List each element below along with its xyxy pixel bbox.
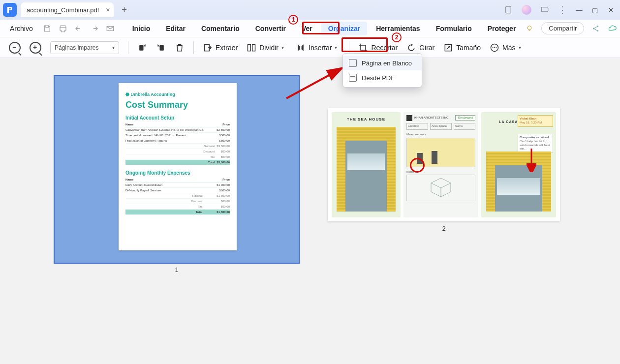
annotation-arrow xyxy=(284,64,348,103)
split-button[interactable]: Dividir▾ xyxy=(247,43,284,53)
notebook-icon[interactable] xyxy=(504,5,513,14)
svg-point-16 xyxy=(494,47,495,48)
annotation-step-2: 2 xyxy=(392,32,402,42)
svg-point-17 xyxy=(496,47,496,48)
page-1-content: ⬣ Umbrella Accounting Cost Summary Initi… xyxy=(119,83,237,250)
rotate-right-button[interactable] xyxy=(156,43,166,53)
zoom-in-button[interactable]: + xyxy=(30,42,41,54)
from-pdf-icon xyxy=(349,74,357,82)
app-logo-icon xyxy=(3,3,17,17)
chevron-down-icon: ▾ xyxy=(335,45,337,50)
window-minimize[interactable]: — xyxy=(576,6,583,14)
new-tab-button[interactable]: + xyxy=(118,3,130,16)
chevron-down-icon: ▾ xyxy=(519,45,521,50)
workspace: ⬣ Umbrella Accounting Cost Summary Initi… xyxy=(0,58,620,364)
window-maximize[interactable]: ▢ xyxy=(591,6,598,14)
svg-rect-8 xyxy=(139,45,143,51)
divider xyxy=(349,41,349,54)
svg-point-6 xyxy=(597,30,599,31)
chevron-down-icon: ▾ xyxy=(281,45,284,50)
window-close[interactable]: ✕ xyxy=(607,6,614,14)
blank-page-label: Página en Blanco xyxy=(362,60,412,67)
insert-button[interactable]: Insertar▾ xyxy=(293,41,340,55)
chat-icon[interactable] xyxy=(540,5,549,14)
organize-toolbar: − + Páginas impares ▾ Extraer Dividir▾ I… xyxy=(0,37,620,58)
menu-organizar[interactable]: Organizar xyxy=(321,22,367,35)
divider xyxy=(128,41,128,54)
page-thumbnail-1[interactable]: ⬣ Umbrella Accounting Cost Summary Initi… xyxy=(54,75,300,264)
annotation-step-1: 1 xyxy=(288,15,298,25)
delete-button[interactable] xyxy=(175,43,185,53)
crop-button[interactable]: Recortar xyxy=(358,43,398,53)
doc1-title: Cost Summary xyxy=(125,100,230,110)
divider xyxy=(193,41,194,54)
save-icon[interactable] xyxy=(43,24,52,33)
split-label: Dividir xyxy=(259,44,279,52)
insert-from-pdf[interactable]: Desde PDF xyxy=(343,70,422,85)
crop-label: Recortar xyxy=(371,44,398,52)
page-range-label: Páginas impares xyxy=(55,44,98,51)
print-icon[interactable] xyxy=(59,24,67,33)
svg-line-18 xyxy=(286,68,342,98)
menu-bar: Archivo Inicio Editar Comentario Convert… xyxy=(0,20,620,37)
menu-proteger[interactable]: Proteger xyxy=(481,22,523,35)
lightbulb-icon[interactable] xyxy=(525,24,534,33)
menu-editar[interactable]: Editar xyxy=(159,22,192,35)
title-bar: accounting_Combinar.pdf × + ⋮ — ▢ ✕ xyxy=(0,0,620,20)
svg-rect-11 xyxy=(248,44,251,51)
rotate-left-button[interactable] xyxy=(137,43,147,53)
page-thumbnail-2[interactable]: THE SEA HOUSE KHAN ARCHITECTS INC. Revie… xyxy=(328,108,560,221)
user-avatar[interactable] xyxy=(522,5,531,15)
extract-label: Extraer xyxy=(216,44,238,52)
menu-convertir[interactable]: Convertir xyxy=(248,22,293,35)
from-pdf-label: Desde PDF xyxy=(362,74,395,82)
redo-icon[interactable] xyxy=(90,24,99,33)
svg-point-15 xyxy=(493,47,494,48)
insert-dropdown: Página en Blanco Desde PDF xyxy=(342,53,422,88)
menu-file[interactable]: Archivo xyxy=(5,25,38,32)
kebab-icon[interactable]: ⋮ xyxy=(558,5,567,14)
doc2-panel-left: THE SEA HOUSE xyxy=(332,112,401,217)
doc2-panel-right: LA CASA DEL MAR Vishal Khan May 18, 3:20… xyxy=(481,112,556,217)
tab-title: accounting_Combinar.pdf xyxy=(27,6,99,14)
svg-point-5 xyxy=(597,26,599,27)
zoom-out-button[interactable]: − xyxy=(9,42,21,54)
svg-point-3 xyxy=(528,26,532,30)
svg-rect-1 xyxy=(541,7,548,12)
insert-blank-page[interactable]: Página en Blanco xyxy=(343,56,422,70)
mail-icon[interactable] xyxy=(106,24,115,33)
insert-label: Insertar xyxy=(309,44,332,52)
close-tab-icon[interactable]: × xyxy=(106,6,110,14)
svg-point-4 xyxy=(593,28,594,29)
rotate-label: Girar xyxy=(419,44,434,52)
menu-inicio[interactable]: Inicio xyxy=(125,22,157,35)
svg-rect-2 xyxy=(107,26,114,30)
page-number-2: 2 xyxy=(328,225,560,232)
extract-button[interactable]: Extraer xyxy=(203,43,238,53)
menu-ver[interactable]: Ver xyxy=(295,22,319,35)
menu-formulario[interactable]: Formulario xyxy=(429,22,479,35)
size-button[interactable]: Tamaño xyxy=(443,43,481,53)
cloud-icon[interactable] xyxy=(608,24,618,33)
document-tab[interactable]: accounting_Combinar.pdf × xyxy=(21,2,114,17)
chevron-down-icon: ▾ xyxy=(112,45,115,50)
more-button[interactable]: Más▾ xyxy=(490,43,521,53)
page-range-select[interactable]: Páginas impares ▾ xyxy=(50,41,119,54)
rotate-button[interactable]: Girar xyxy=(406,43,434,53)
svg-rect-0 xyxy=(506,6,511,13)
size-label: Tamaño xyxy=(456,44,481,52)
page-number-1: 1 xyxy=(55,266,299,273)
blank-page-icon xyxy=(349,59,357,67)
menu-comentario[interactable]: Comentario xyxy=(194,22,247,35)
more-label: Más xyxy=(502,44,515,52)
share-nodes-icon[interactable] xyxy=(591,24,601,33)
svg-rect-12 xyxy=(252,44,255,51)
doc2-panel-mid: KHAN ARCHITECTS INC. Reviewed Location A… xyxy=(403,112,478,217)
svg-rect-9 xyxy=(160,45,164,51)
undo-icon[interactable] xyxy=(74,24,83,33)
share-button[interactable]: Compartir xyxy=(541,22,584,34)
